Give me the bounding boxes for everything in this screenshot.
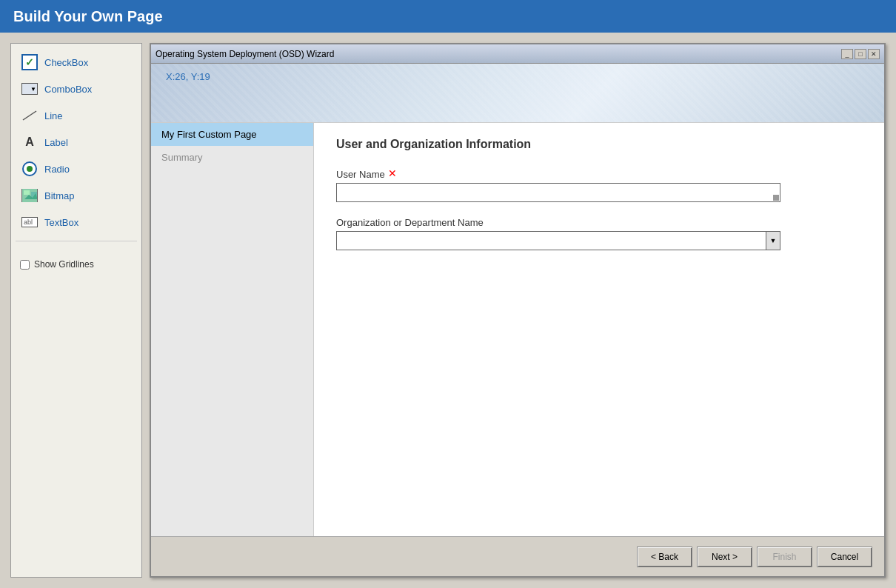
svg-rect-2: [24, 190, 30, 195]
tool-item-radio[interactable]: Radio: [16, 156, 137, 181]
radio-icon: [21, 160, 39, 178]
wizard-content: X:26, Y:19 My First Custom Page Summary …: [151, 64, 884, 576]
tool-label-combobox: ComboBox: [44, 84, 92, 95]
tool-label-bitmap: Bitmap: [44, 190, 74, 201]
tool-label-textbox: TextBox: [44, 217, 78, 228]
wizard-nav-item-custom-page[interactable]: My First Custom Page: [151, 123, 313, 146]
combobox-icon: ▼: [21, 80, 39, 98]
label-icon: A: [21, 133, 39, 151]
minimize-button[interactable]: _: [841, 49, 853, 59]
org-name-input[interactable]: [336, 231, 766, 250]
user-name-input-wrapper: [336, 183, 780, 202]
wizard-nav: My First Custom Page Summary: [151, 123, 314, 536]
wizard-page-title: User and Organization Information: [336, 138, 862, 151]
tool-label-radio: Radio: [44, 164, 70, 175]
org-name-field-group: Organization or Department Name ▼: [336, 217, 862, 250]
tool-item-checkbox[interactable]: CheckBox: [16, 50, 137, 75]
tool-item-bitmap[interactable]: Bitmap: [16, 183, 137, 208]
tool-item-textbox[interactable]: abl TextBox: [16, 210, 137, 235]
wizard-title: Operating System Deployment (OSD) Wizard: [156, 49, 334, 59]
toolbox-divider: [16, 241, 137, 241]
back-button[interactable]: < Back: [637, 547, 692, 567]
finish-button[interactable]: Finish: [757, 547, 812, 567]
tool-label-checkbox: CheckBox: [44, 57, 88, 68]
textbox-icon: abl: [21, 213, 39, 231]
app-header: Build Your Own Page: [0, 0, 896, 33]
org-name-label: Organization or Department Name: [336, 217, 862, 228]
required-marker: ✕: [388, 167, 397, 179]
tool-item-label[interactable]: A Label: [16, 130, 137, 155]
app-title: Build Your Own Page: [13, 8, 163, 25]
user-name-label: User Name ✕: [336, 169, 862, 180]
user-name-field-group: User Name ✕: [336, 169, 862, 202]
user-name-input[interactable]: [336, 183, 780, 202]
wizard-banner: X:26, Y:19: [151, 64, 884, 123]
wizard-titlebar: Operating System Deployment (OSD) Wizard…: [151, 44, 884, 64]
line-icon: [21, 107, 39, 124]
toolbox-panel: CheckBox ▼ ComboBox Line A Label: [10, 43, 142, 578]
svg-line-0: [23, 111, 36, 120]
wizard-main-content: User and Organization Information User N…: [314, 123, 884, 536]
show-gridlines-checkbox[interactable]: [20, 260, 30, 270]
checkbox-icon: [21, 53, 39, 71]
org-name-combo-wrapper: ▼: [336, 231, 780, 250]
wizard-window-controls: _ □ ✕: [841, 49, 880, 59]
tool-label-line: Line: [44, 110, 63, 121]
show-gridlines-area[interactable]: Show Gridlines: [16, 256, 137, 273]
show-gridlines-label: Show Gridlines: [34, 259, 94, 270]
wizard-nav-item-summary[interactable]: Summary: [151, 146, 313, 169]
resize-handle[interactable]: [773, 195, 779, 201]
tool-item-combobox[interactable]: ▼ ComboBox: [16, 76, 137, 101]
wizard-footer: < Back Next > Finish Cancel: [151, 536, 884, 576]
cancel-button[interactable]: Cancel: [817, 547, 872, 567]
main-layout: CheckBox ▼ ComboBox Line A Label: [0, 33, 896, 588]
bitmap-icon: [21, 187, 39, 204]
wizard-body: My First Custom Page Summary User and Or…: [151, 123, 884, 536]
org-name-dropdown-button[interactable]: ▼: [766, 231, 780, 250]
tool-item-line[interactable]: Line: [16, 103, 137, 128]
wizard-coordinates: X:26, Y:19: [166, 71, 210, 82]
tool-label-label: Label: [44, 137, 68, 148]
close-button[interactable]: ✕: [868, 49, 880, 59]
next-button[interactable]: Next >: [697, 547, 752, 567]
wizard-window: Operating System Deployment (OSD) Wizard…: [150, 43, 886, 578]
maximize-button[interactable]: □: [855, 49, 866, 59]
